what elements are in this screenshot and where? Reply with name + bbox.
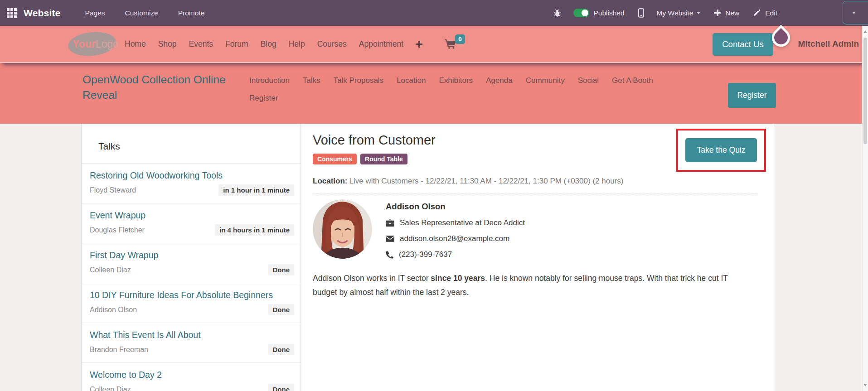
talk-list-item[interactable]: Restoring Old Woodworking Tools Floyd St… <box>82 164 301 203</box>
talk-status-badge: in 4 hours in 1 minute <box>215 224 294 236</box>
nav-item-shop[interactable]: Shop <box>158 39 177 49</box>
mobile-preview-icon[interactable] <box>638 8 644 18</box>
speaker-email[interactable]: addison.olson28@example.com <box>400 234 509 243</box>
separator <box>313 193 757 193</box>
topbar-menu-customize[interactable]: Customize <box>125 9 158 17</box>
talk-speaker: Brandon Freeman <box>90 346 148 354</box>
talk-title-link[interactable]: Event Wrapup <box>90 209 294 222</box>
talk-speaker: Colleen Diaz <box>90 266 131 274</box>
talk-title-link[interactable]: Welcome to Day 2 <box>90 369 294 381</box>
user-menu[interactable]: Mitchell Admin <box>798 39 868 49</box>
event-subnav: Introduction Talks Talk Proposals Locati… <box>249 76 648 103</box>
event-nav-social[interactable]: Social <box>578 76 599 85</box>
topbar-menu: Pages Customize Promote <box>85 9 205 17</box>
talk-list-item[interactable]: Event Wrapup Douglas Fletcher in 4 hours… <box>82 203 301 243</box>
bug-icon[interactable] <box>554 9 561 17</box>
edit-button[interactable]: Edit <box>765 9 777 17</box>
briefcase-icon <box>386 219 394 227</box>
site-logo[interactable]: YourLogo <box>68 32 116 56</box>
topbar-menu-promote[interactable]: Promote <box>178 9 205 17</box>
nav-item-events[interactable]: Events <box>189 39 213 49</box>
scrollbar-thumb[interactable] <box>863 38 867 144</box>
topbar-brand[interactable]: Website <box>24 8 61 19</box>
nav-item-forum[interactable]: Forum <box>225 39 248 49</box>
tutorial-highlight-box: Take the Quiz <box>676 129 766 172</box>
topbar-systray: Published My Website New Edit <box>554 8 778 18</box>
event-nav-talks[interactable]: Talks <box>303 76 320 85</box>
talk-status-badge: Done <box>268 264 295 275</box>
add-menu-plus-icon[interactable] <box>416 41 422 48</box>
nav-item-courses[interactable]: Courses <box>317 39 347 49</box>
event-title-link[interactable]: OpenWood Collection Online Reveal <box>82 72 240 103</box>
tag-round-table: Round Table <box>360 154 407 164</box>
page: Website Pages Customize Promote Publishe… <box>0 0 868 391</box>
talk-title-link[interactable]: What This Event Is All About <box>90 329 294 341</box>
nav-item-appointment[interactable]: Appointment <box>359 39 403 49</box>
tag-consumers: Consumers <box>313 154 357 164</box>
talk-title-link[interactable]: 10 DIY Furniture Ideas For Absolute Begi… <box>90 289 294 301</box>
logo-text-your: Your <box>73 38 96 50</box>
speaker-job: Sales Representative at Deco Addict <box>400 218 525 227</box>
talk-location: Location:Live with Customers - 12/22/21,… <box>313 177 757 186</box>
sidebar-title: Talks <box>82 124 301 164</box>
event-nav-agenda[interactable]: Agenda <box>486 76 513 85</box>
talks-sidebar: Talks Restoring Old Woodworking Tools Fl… <box>81 124 301 391</box>
cart-count-badge: 0 <box>455 34 465 44</box>
talk-list-item[interactable]: 10 DIY Furniture Ideas For Absolute Begi… <box>82 283 301 323</box>
new-content-plus-icon[interactable] <box>714 10 721 16</box>
envelope-icon <box>386 236 394 242</box>
talk-speaker: Floyd Steward <box>90 186 136 194</box>
cart-button[interactable]: 0 <box>445 39 456 49</box>
talk-list-item[interactable]: First Day Wrapup Colleen Diaz Done <box>82 243 301 283</box>
talk-speaker: Addison Olson <box>90 306 137 314</box>
website-switcher[interactable]: My Website <box>657 9 693 17</box>
talk-speaker: Colleen Diaz <box>90 386 131 391</box>
speaker-bio: Addison Olson works in IT sector since 1… <box>313 271 737 299</box>
logo-text-logo: Logo <box>96 38 119 50</box>
speaker-block: Addison Olson Sales Representative at De… <box>313 199 757 259</box>
page-scrollbar[interactable] <box>862 26 868 391</box>
toggle-knob <box>582 10 588 16</box>
event-nav-get-a-booth[interactable]: Get A Booth <box>612 76 653 85</box>
phone-icon <box>386 251 393 259</box>
published-toggle[interactable] <box>573 9 589 17</box>
event-nav-location[interactable]: Location <box>397 76 426 85</box>
chevron-down-icon <box>852 12 856 14</box>
talk-status-badge: in 1 hour in 1 minute <box>218 184 294 196</box>
published-label: Published <box>594 9 625 17</box>
location-label: Location: <box>313 177 348 185</box>
talk-title-link[interactable]: Restoring Old Woodworking Tools <box>90 169 294 182</box>
event-nav-exhibitors[interactable]: Exhibitors <box>439 76 473 85</box>
talk-status-badge: Done <box>268 304 295 315</box>
talk-speaker: Douglas Fletcher <box>90 226 145 234</box>
talk-title-link[interactable]: First Day Wrapup <box>90 249 294 261</box>
event-nav-talk-proposals[interactable]: Talk Proposals <box>334 76 384 85</box>
talk-status-badge: Done <box>268 344 295 355</box>
speaker-avatar <box>313 199 372 259</box>
talk-list-item[interactable]: What This Event Is All About Brandon Fre… <box>82 323 301 363</box>
scroll-down-arrow-icon[interactable] <box>863 384 867 386</box>
register-button[interactable]: Register <box>728 83 776 108</box>
new-content-button[interactable]: New <box>725 9 739 17</box>
take-quiz-button[interactable]: Take the Quiz <box>685 138 757 162</box>
talk-list-item[interactable]: Welcome to Day 2 Colleen Diaz Done <box>82 363 301 391</box>
scroll-up-arrow-icon[interactable] <box>863 30 867 33</box>
nav-item-help[interactable]: Help <box>289 39 305 49</box>
backend-topbar: Website Pages Customize Promote Publishe… <box>0 0 868 26</box>
chevron-down-icon <box>697 12 700 14</box>
topbar-menu-pages[interactable]: Pages <box>85 9 105 17</box>
event-nav-introduction[interactable]: Introduction <box>249 76 290 85</box>
location-value: Live with Customers - 12/22/21, 11:30 AM… <box>349 177 624 185</box>
systray-dropdown[interactable] <box>843 1 868 24</box>
website-navbar: YourLogo Home Shop Events Forum Blog Hel… <box>0 26 868 63</box>
speaker-phone[interactable]: (223)-399-7637 <box>399 250 452 259</box>
event-nav-register[interactable]: Register <box>249 94 278 103</box>
nav-item-blog[interactable]: Blog <box>261 39 276 49</box>
event-header: OpenWood Collection Online Reveal Introd… <box>0 63 868 124</box>
event-nav-community[interactable]: Community <box>526 76 565 85</box>
contact-us-button[interactable]: Contact Us <box>713 33 773 56</box>
speaker-name: Addison Olson <box>386 202 525 212</box>
edit-pencil-icon[interactable] <box>753 9 761 17</box>
apps-grid-icon[interactable] <box>7 8 17 18</box>
nav-item-home[interactable]: Home <box>125 39 146 49</box>
